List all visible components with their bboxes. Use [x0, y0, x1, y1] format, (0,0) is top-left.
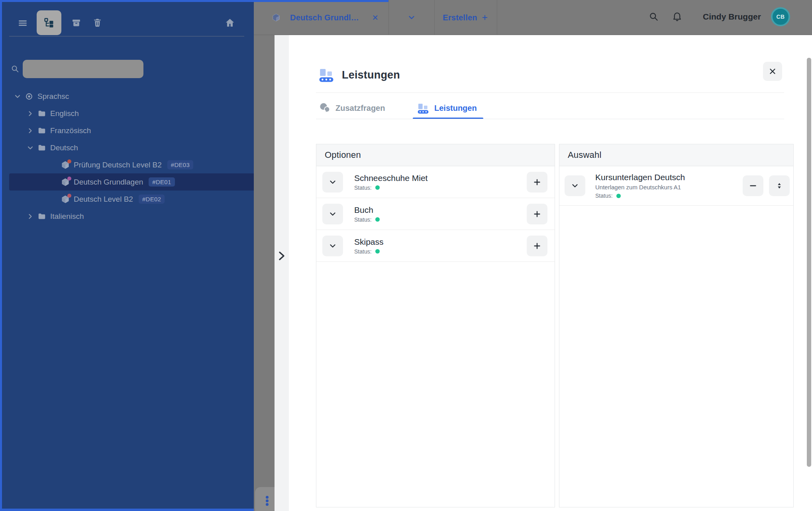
vertical-scrollbar-thumb[interactable] — [807, 58, 811, 467]
add-option-button[interactable] — [527, 172, 547, 193]
tab-label: Zusatzfragen — [335, 104, 385, 113]
status-line: Status: — [354, 185, 428, 191]
folder-icon — [37, 126, 46, 135]
tree-item-label: Sprachsc — [37, 92, 69, 101]
option-row: Schneeschuhe Miet Status: — [316, 166, 555, 198]
reorder-selection-button[interactable] — [769, 175, 790, 196]
tree-item[interactable]: Prüfung Deutsch Level B2 #DE03 — [9, 156, 285, 173]
tab-deutsch-grundlagen[interactable]: Deutsch Grundl… — [254, 0, 388, 35]
status-active-dot — [375, 217, 380, 222]
expand-option-button[interactable] — [322, 236, 343, 256]
tree-item-label: Französisch — [50, 126, 91, 135]
tab-list-dropdown[interactable] — [388, 0, 434, 35]
folder-icon — [37, 143, 46, 152]
trash-icon[interactable] — [92, 18, 102, 28]
tree-item[interactable]: Deutsch Grundlagen #DE01 — [9, 173, 285, 191]
status-active-dot — [616, 194, 621, 198]
dialog-close-button[interactable] — [763, 62, 782, 81]
status-line: Status: — [354, 216, 380, 223]
dimmed-content-strip — [254, 35, 275, 511]
remove-selection-button[interactable] — [743, 175, 763, 196]
status-line: Status: — [595, 193, 685, 199]
options-list: Schneeschuhe Miet Status: Buch Status: — [316, 166, 555, 262]
expand-option-button[interactable] — [322, 204, 343, 224]
selection-header: Auswahl — [559, 144, 793, 166]
tree-view-button[interactable] — [37, 10, 61, 35]
status-dot — [67, 177, 71, 181]
handle-dot — [266, 499, 269, 502]
selection-list: Kursunterlagen Deutsch Unterlagen zum De… — [559, 166, 793, 206]
tab-leistungen[interactable]: Leistungen — [417, 102, 477, 114]
tree-chevron-icon[interactable] — [14, 92, 22, 100]
option-title: Skipass — [354, 237, 384, 247]
tab-zusatzfragen[interactable]: Zusatzfragen — [318, 102, 385, 114]
tree-chevron-icon[interactable] — [26, 144, 34, 152]
avatar-initials: CB — [776, 14, 785, 20]
cube-icon — [61, 161, 70, 169]
folder-icon — [37, 109, 46, 118]
handle-dot — [266, 496, 269, 499]
expand-option-button[interactable] — [322, 172, 343, 193]
tree-item[interactable]: Deutsch — [9, 139, 262, 156]
tree-item[interactable]: Englisch — [9, 105, 262, 122]
course-cube-icon — [272, 13, 280, 22]
column-header-label: Optionen — [325, 150, 361, 160]
status-dot — [67, 194, 71, 198]
tree-item[interactable]: Französisch — [9, 122, 262, 139]
chat-bubbles-icon — [318, 102, 331, 114]
target-icon — [25, 92, 33, 101]
dialog-title: Leistungen — [342, 69, 400, 81]
selection-row: Kursunterlagen Deutsch Unterlagen zum De… — [559, 166, 793, 206]
conveyor-icon — [417, 102, 430, 114]
status-label: Status: — [354, 185, 372, 191]
column-header-label: Auswahl — [568, 150, 602, 160]
selection-column: Auswahl Kursunterlagen Deutsch Unterlage… — [559, 144, 794, 507]
tree-chevron-icon[interactable] — [26, 110, 34, 118]
tree-chevron-icon[interactable] — [26, 212, 34, 220]
home-icon[interactable] — [225, 18, 235, 28]
add-option-button[interactable] — [527, 236, 547, 256]
tree-search-input[interactable] — [23, 60, 143, 78]
cube-icon — [61, 195, 70, 204]
notifications-bell-icon[interactable] — [672, 11, 683, 22]
tab-close-icon[interactable] — [372, 14, 379, 21]
create-button[interactable]: Erstellen — [434, 0, 497, 35]
tree-item[interactable]: Deutsch Level B2 #DE02 — [9, 191, 285, 208]
status-active-dot — [375, 249, 380, 254]
tabs-bottom-border — [316, 119, 784, 119]
tree-item[interactable]: Italienisch — [9, 208, 262, 225]
expand-selection-button[interactable] — [565, 175, 585, 196]
option-row: Buch Status: — [316, 198, 555, 230]
create-label: Erstellen — [443, 13, 477, 22]
tree-item-label: Prüfung Deutsch Level B2 — [74, 161, 162, 169]
course-code-badge: #DE03 — [167, 160, 193, 169]
global-search-icon[interactable] — [649, 12, 659, 22]
tree-item-label: Italienisch — [50, 212, 84, 221]
expand-panel-chevron-icon[interactable] — [277, 251, 286, 261]
status-active-dot — [375, 185, 380, 190]
tree-item-label: Deutsch Grundlagen — [74, 178, 143, 187]
avatar[interactable]: CB — [771, 7, 790, 26]
status-line: Status: — [354, 248, 384, 255]
tab-label: Leistungen — [434, 104, 477, 113]
tree-item-label: Englisch — [50, 109, 79, 118]
user-name[interactable]: Cindy Brugger — [703, 12, 761, 22]
selection-title: Kursunterlagen Deutsch — [595, 173, 685, 182]
archive-icon[interactable] — [71, 18, 81, 28]
cube-icon — [61, 178, 70, 187]
options-header: Optionen — [316, 144, 555, 166]
tree-search-icon — [11, 65, 20, 73]
menu-icon[interactable] — [18, 18, 28, 28]
status-label: Status: — [354, 216, 372, 223]
tree-item[interactable]: Sprachsc — [9, 88, 249, 105]
options-column: Optionen Schneeschuhe Miet Status: Buch … — [316, 144, 555, 507]
add-option-button[interactable] — [527, 204, 547, 224]
topbar-divider — [497, 0, 497, 35]
option-row: Skipass Status: — [316, 230, 555, 262]
sidebar-divider — [9, 36, 244, 37]
tab-label: Deutsch Grundl… — [290, 13, 359, 22]
panel-edge-strip — [275, 35, 289, 511]
tree-chevron-icon[interactable] — [26, 127, 34, 135]
option-title: Schneeschuhe Miet — [354, 173, 428, 183]
panel-drag-handle[interactable] — [255, 487, 275, 511]
